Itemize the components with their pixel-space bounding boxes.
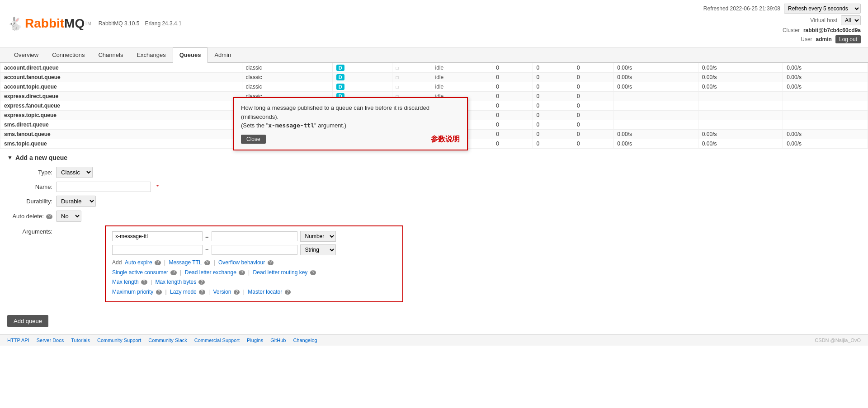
queue-type-cell: classic <box>242 73 332 82</box>
dead-letter-routing-help[interactable]: ? <box>310 270 316 275</box>
queue-name-link[interactable]: account.direct.queue <box>4 65 59 71</box>
overflow-help[interactable]: ? <box>268 260 274 265</box>
footer-http-api[interactable]: HTTP API <box>7 338 29 343</box>
tooltip-footer: Close 参数说明 <box>241 135 460 144</box>
nav-overview[interactable]: Overview <box>7 47 45 63</box>
durability-select[interactable]: Durable Transient <box>56 196 96 207</box>
queue-total-cell: 0 <box>573 63 613 73</box>
arg2-key-input[interactable] <box>112 245 203 255</box>
footer-plugins[interactable]: Plugins <box>247 338 263 343</box>
queue-total-cell: 0 <box>573 101 613 111</box>
queue-state-cell: idle <box>431 82 492 92</box>
nav-queues[interactable]: Queues <box>173 47 208 63</box>
lazy-mode-help[interactable]: ? <box>199 290 205 295</box>
type-label: Type: <box>7 169 52 176</box>
name-input[interactable] <box>56 182 151 192</box>
auto-delete-help-icon[interactable]: ? <box>46 214 52 219</box>
queue-name-link[interactable]: express.direct.queue <box>4 93 58 99</box>
shortcut-master-locator[interactable]: Master locator <box>248 289 282 295</box>
auto-delete-select[interactable]: No Yes <box>56 211 81 222</box>
queue-total-cell: 0 <box>573 92 613 101</box>
auto-delete-row: Auto delete: ? No Yes <box>7 211 861 222</box>
shortcut-lazy-mode[interactable]: Lazy mode <box>170 289 197 295</box>
footer-csdn: CSDN @Naijia_OvO <box>815 338 861 343</box>
auto-expire-help[interactable]: ? <box>155 260 161 265</box>
add-queue-btn-row: Add queue <box>0 310 868 334</box>
queue-rate-net-cell: 0.00/s <box>783 73 868 82</box>
master-locator-help[interactable]: ? <box>285 290 291 295</box>
queue-ready-cell: 0 <box>492 63 533 73</box>
footer-changelog[interactable]: Changelog <box>293 338 317 343</box>
cluster-row: Cluster rabbit@b7cb4c60cd9a <box>783 27 861 33</box>
queue-rate-out-cell: 0.00/s <box>698 82 783 92</box>
queue-rate-in-cell: 0.00/s <box>613 130 698 139</box>
footer-github[interactable]: GitHub <box>270 338 286 343</box>
shortcut-max-priority[interactable]: Maximum priority <box>112 289 153 295</box>
queue-unacked-cell: 0 <box>533 82 573 92</box>
arg2-type-select[interactable]: String Number Boolean <box>300 244 336 255</box>
queue-name-link[interactable]: express.fanout.queue <box>4 103 60 109</box>
queue-unacked-cell: 0 <box>533 101 573 111</box>
shortcut-overflow[interactable]: Overflow behaviour <box>218 259 265 266</box>
footer-commercial-support[interactable]: Commercial Support <box>194 338 240 343</box>
nav-exchanges[interactable]: Exchanges <box>130 47 172 63</box>
dead-letter-exchange-help[interactable]: ? <box>239 270 245 275</box>
shortcut-auto-expire[interactable]: Auto expire <box>125 259 152 266</box>
nav-connections[interactable]: Connections <box>45 47 91 63</box>
shortcut-dead-letter-exchange[interactable]: Dead letter exchange <box>185 269 236 276</box>
queue-name-link[interactable]: express.topic.queue <box>4 112 57 118</box>
queue-rate-net-cell <box>783 101 868 111</box>
arg2-value-input[interactable] <box>212 245 297 255</box>
name-label: Name: <box>7 183 52 190</box>
queue-name-link[interactable]: sms.direct.queue <box>4 122 49 128</box>
version-label: RabbitMQ 3.10.5 <box>99 20 140 27</box>
arg1-type-select[interactable]: Number String Boolean <box>300 231 336 242</box>
queue-ready-cell: 0 <box>492 130 533 139</box>
queue-name-link[interactable]: account.fanout.queue <box>4 74 61 80</box>
nav-channels[interactable]: Channels <box>91 47 130 63</box>
message-ttl-help[interactable]: ? <box>204 260 211 265</box>
type-select[interactable]: Classic Quorum Stream <box>56 167 93 178</box>
queue-ready-cell: 0 <box>492 92 533 101</box>
footer-tutorials[interactable]: Tutorials <box>71 338 90 343</box>
single-consumer-help[interactable]: ? <box>170 270 177 275</box>
shortcut-single-consumer[interactable]: Single active consumer <box>112 269 168 276</box>
shortcut-max-length[interactable]: Max length <box>112 279 139 285</box>
tooltip-code: x-message-ttl <box>268 122 314 129</box>
queue-unacked-cell: 0 <box>533 120 573 130</box>
footer-community-slack[interactable]: Community Slack <box>148 338 187 343</box>
queue-unacked-cell: 0 <box>533 63 573 73</box>
shortcut-dead-letter-routing[interactable]: Dead letter routing key <box>253 269 308 276</box>
refresh-select[interactable]: Refresh every 5 seconds Refresh every 10… <box>784 4 861 14</box>
add-queue-button[interactable]: Add queue <box>7 315 48 327</box>
footer-community-support[interactable]: Community Support <box>97 338 141 343</box>
tooltip-line3-post: " argument.) <box>314 122 346 129</box>
queue-name-link[interactable]: sms.fanout.queue <box>4 131 51 137</box>
footer-server-docs[interactable]: Server Docs <box>37 338 64 343</box>
queue-name-link[interactable]: sms.topic.queue <box>4 141 47 147</box>
queue-name-cell: express.direct.queue <box>0 92 242 101</box>
version-help[interactable]: ? <box>234 290 240 295</box>
arg1-key-input[interactable] <box>112 231 203 241</box>
logout-button[interactable]: Log out <box>835 35 861 43</box>
table-row: account.topic.queue classic D □ idle 0 0… <box>0 82 868 92</box>
queue-name-cell: account.direct.queue <box>0 63 242 73</box>
logo-tm: TM <box>85 21 91 26</box>
nav-admin[interactable]: Admin <box>208 47 238 63</box>
shortcut-max-length-bytes[interactable]: Max length bytes <box>155 279 196 285</box>
max-length-bytes-help[interactable]: ? <box>198 280 205 285</box>
arg1-value-input[interactable] <box>212 231 297 241</box>
section-toggle[interactable]: ▼ Add a new queue <box>7 154 861 161</box>
max-length-help[interactable]: ? <box>141 280 147 285</box>
vhost-select[interactable]: All / <box>841 15 861 25</box>
logo-rabbit: Rabbit <box>25 16 64 31</box>
queue-state-cell: idle <box>431 63 492 73</box>
max-priority-help[interactable]: ? <box>156 290 162 295</box>
shortcut-version[interactable]: Version <box>213 289 231 295</box>
shortcut-message-ttl[interactable]: Message TTL <box>169 259 202 266</box>
tooltip-close-button[interactable]: Close <box>241 135 266 144</box>
queue-name-link[interactable]: account.topic.queue <box>4 84 57 90</box>
queue-type-cell: classic <box>242 82 332 92</box>
queue-features-extra-cell: □ <box>392 82 431 92</box>
queue-ready-cell: 0 <box>492 120 533 130</box>
